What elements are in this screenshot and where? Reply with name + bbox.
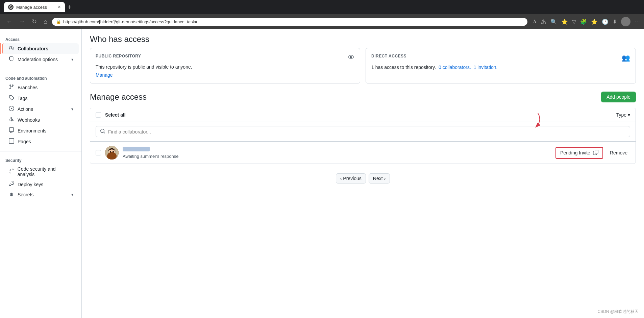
next-label: Next: [373, 176, 383, 181]
history-btn[interactable]: 🕐: [602, 19, 609, 25]
sidebar-item-deploy-keys[interactable]: Deploy keys: [3, 179, 79, 190]
sidebar-divider-1: [0, 69, 81, 69]
direct-access-card: DIRECT ACCESS 👥 1 has access to this rep…: [366, 48, 636, 83]
code-automation-section-label: Code and automation: [0, 73, 81, 82]
who-has-access-title: Who has access: [90, 29, 636, 48]
add-people-button[interactable]: Add people: [601, 92, 636, 102]
type-label: Type: [616, 112, 626, 118]
browser-tab[interactable]: Manage access ×: [4, 2, 65, 12]
content-area: Who has access PUBLIC REPOSITORY 👁 This …: [82, 29, 644, 318]
sidebar-item-environments[interactable]: Environments: [3, 125, 79, 136]
secrets-icon: ✱: [8, 192, 15, 197]
people-icon: 👥: [622, 54, 630, 62]
read-aloud-btn[interactable]: 𝐀: [533, 19, 537, 25]
actions-label: Actions: [18, 106, 33, 112]
branches-icon: [8, 84, 15, 91]
sidebar-item-actions[interactable]: Actions ▾: [3, 104, 79, 115]
collaborators-label: Collaborators: [18, 46, 48, 51]
back-button[interactable]: ←: [4, 18, 14, 26]
sidebar-item-tags[interactable]: Tags: [3, 93, 79, 104]
manage-link[interactable]: Manage: [96, 72, 113, 78]
pages-label: Pages: [18, 139, 31, 144]
collaborators-icon: [8, 45, 15, 52]
remove-button[interactable]: Remove: [607, 148, 630, 157]
address-bar[interactable]: 🔒 https://github.com/[hidden]/git-demo/s…: [52, 18, 527, 26]
direct-access-desc: 1 has access to this repository. 0 colla…: [371, 65, 630, 70]
tab-close-btn[interactable]: ×: [58, 4, 61, 10]
new-tab-btn[interactable]: +: [68, 3, 72, 11]
search-input[interactable]: [108, 129, 626, 134]
extensions-btn[interactable]: 🧩: [580, 19, 587, 25]
collab-avatar: [105, 146, 119, 160]
previous-label: Previous: [343, 176, 361, 181]
previous-button[interactable]: ‹ Previous: [336, 173, 366, 184]
sidebar-item-branches[interactable]: Branches: [3, 82, 79, 93]
sidebar-item-moderation-options[interactable]: Moderation options ▾: [3, 54, 79, 65]
tab-title: Manage access: [16, 5, 47, 10]
profile-btn[interactable]: [621, 17, 630, 26]
direct-access-type: DIRECT ACCESS: [371, 54, 406, 58]
annotation-arrow: [518, 112, 545, 129]
table-header: Select all 复制这个邀请函链接并发送给对方: [90, 108, 636, 122]
tab-favicon: [8, 4, 14, 10]
collab-info: Awaiting summer's response: [123, 147, 551, 159]
invitation-link[interactable]: 1 invitation.: [474, 65, 498, 70]
pending-invite-text: Pending Invite: [560, 150, 590, 155]
public-repo-card: PUBLIC REPOSITORY 👁 This repository is p…: [90, 48, 360, 83]
sidebar-item-code-security[interactable]: Code security and analysis: [3, 164, 79, 179]
svg-point-5: [113, 151, 114, 153]
browser-nav: ← → ↻ ⌂ 🔒 https://github.com/[hidden]/gi…: [0, 14, 644, 29]
access-cards: PUBLIC REPOSITORY 👁 This repository is p…: [90, 48, 636, 83]
direct-access-card-header: DIRECT ACCESS 👥: [371, 54, 630, 62]
moderation-chevron-icon: ▾: [71, 57, 73, 62]
collaborator-row: Awaiting summer's response Pending Invit…: [90, 142, 636, 164]
home-button[interactable]: ⌂: [42, 18, 49, 26]
collab-checkbox[interactable]: [96, 150, 101, 155]
type-chevron-icon: ▾: [628, 112, 630, 118]
select-all-checkbox[interactable]: [96, 112, 101, 118]
direct-access-prefix: 1 has access to this repository.: [371, 65, 436, 70]
watermark: CSDN @枫吹过的秋天: [597, 309, 639, 315]
collaborators-link[interactable]: 0 collaborators.: [439, 65, 471, 70]
favorites-btn[interactable]: ⭐: [561, 19, 568, 25]
sidebar-item-pages[interactable]: Pages: [3, 136, 79, 147]
forward-button[interactable]: →: [17, 18, 27, 26]
lock-icon: 🔒: [56, 19, 61, 24]
collab-name-bar: [123, 147, 150, 151]
pages-icon: [8, 138, 15, 145]
refresh-button[interactable]: ↻: [30, 17, 39, 26]
sidebar-item-collaborators[interactable]: Collaborators: [2, 43, 79, 54]
next-button[interactable]: Next ›: [369, 173, 390, 184]
branches-label: Branches: [18, 85, 38, 90]
moderation-options-label: Moderation options: [18, 57, 58, 62]
downloads-btn[interactable]: ⬇: [613, 19, 617, 25]
collections-btn[interactable]: ▽: [572, 19, 576, 25]
sidebar: Access Collaborators Moderation options …: [0, 29, 82, 318]
code-security-icon: [8, 168, 15, 175]
prev-chevron-icon: ‹: [340, 176, 342, 181]
code-security-label: Code security and analysis: [18, 166, 73, 177]
browser-chrome: Manage access × +: [0, 0, 644, 14]
access-table: Select all 复制这个邀请函链接并发送给对方: [90, 108, 636, 164]
public-repo-type: PUBLIC REPOSITORY: [96, 54, 141, 58]
translate-btn[interactable]: あ: [541, 18, 546, 25]
pending-invite-area: Pending Invite: [555, 147, 603, 159]
settings-btn[interactable]: ⋯: [635, 19, 640, 25]
actions-icon: [8, 106, 15, 113]
sidebar-btn[interactable]: ⭐: [591, 19, 598, 25]
zoom-btn[interactable]: 🔍: [550, 19, 557, 25]
type-filter[interactable]: Type ▾: [616, 112, 630, 118]
pending-invite-box[interactable]: Pending Invite: [555, 147, 603, 159]
svg-point-4: [110, 151, 111, 153]
public-repo-desc: This repository is public and visible to…: [96, 64, 354, 70]
eye-icon: 👁: [348, 54, 354, 62]
url-text: https://github.com/[hidden]/git-demo/set…: [63, 19, 198, 24]
sidebar-item-webhooks[interactable]: Webhooks: [3, 115, 79, 125]
environments-icon: [8, 127, 15, 134]
sidebar-item-secrets[interactable]: ✱ Secrets ▾: [3, 190, 79, 199]
tags-label: Tags: [18, 96, 28, 101]
access-section-label: Access: [0, 34, 81, 43]
moderation-icon: [8, 56, 15, 63]
browser-nav-icons: 𝐀 あ 🔍 ⭐ ▽ 🧩 ⭐ 🕐 ⬇ ⋯: [533, 17, 640, 26]
search-wrapper[interactable]: [96, 126, 630, 137]
